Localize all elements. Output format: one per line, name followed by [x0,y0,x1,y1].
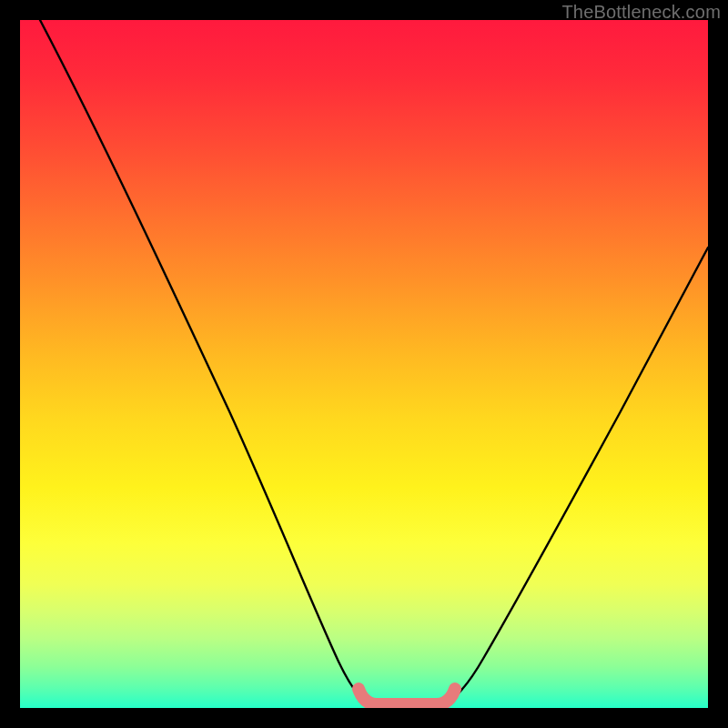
bottleneck-curve [40,20,708,704]
chart-container: TheBottleneck.com [0,0,728,728]
plot-area [20,20,708,708]
curve-layer [20,20,708,708]
valley-highlight [359,689,455,704]
